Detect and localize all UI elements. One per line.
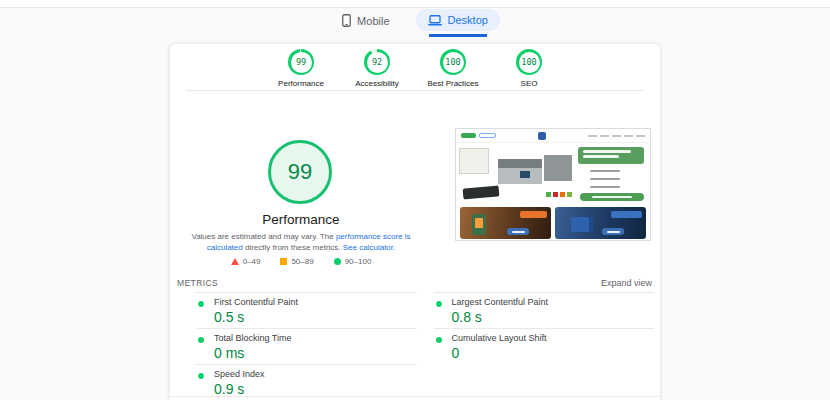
thumb-kitchen-window xyxy=(459,148,489,174)
thumb-feature-pill-2 xyxy=(584,176,642,182)
thumb-stove xyxy=(472,214,486,235)
performance-score-value: 99 xyxy=(288,49,314,75)
device-tabs: Mobile Desktop xyxy=(0,9,830,45)
thumb-nav-menu xyxy=(588,135,645,137)
thumb-hero-cta-button xyxy=(580,193,644,201)
disclaimer-text-1: Values are estimated and may vary. The xyxy=(191,232,336,241)
thumb-site-logo xyxy=(538,132,546,140)
metric-value: 0.8 s xyxy=(452,309,655,325)
thumb-feature-pill-1 xyxy=(584,168,642,174)
metric-pass-dot-icon xyxy=(436,337,442,343)
metric-value: 0.5 s xyxy=(214,309,417,325)
thumb-nav-green-button xyxy=(461,133,476,138)
tab-desktop-label: Desktop xyxy=(448,14,488,26)
seo-score-label: SEO xyxy=(521,79,538,88)
performance-section-title: Performance xyxy=(170,212,432,227)
metric-value: 0 ms xyxy=(214,345,417,361)
top-divider-bar xyxy=(0,0,830,8)
score-performance[interactable]: 99 Performance xyxy=(270,49,332,90)
best-practices-score-label: Best Practices xyxy=(427,79,478,88)
tab-mobile-wrap: Mobile xyxy=(330,9,401,32)
tab-mobile-label: Mobile xyxy=(357,15,389,27)
thumb-machine-screen xyxy=(520,171,530,178)
page-screenshot-thumbnail xyxy=(455,128,651,241)
metric-speed-index: Speed Index 0.9 s xyxy=(196,364,417,400)
accessibility-score-value: 92 xyxy=(364,49,390,75)
legend-pass: 90–100 xyxy=(334,257,372,266)
performance-disclaimer: Values are estimated and may vary. The p… xyxy=(186,231,416,253)
thumb-ac-unit xyxy=(571,217,593,232)
metric-total-blocking-time: Total Blocking Time 0 ms xyxy=(196,328,417,364)
legend-average-label: 50–89 xyxy=(291,257,313,266)
metric-largest-contentful-paint: Largest Contentful Paint 0.8 s xyxy=(434,292,655,328)
tab-desktop[interactable]: Desktop xyxy=(416,9,500,31)
metric-pass-dot-icon xyxy=(436,301,442,307)
expand-view-button[interactable]: Expand view xyxy=(601,278,652,288)
thumb-black-sealer xyxy=(463,185,500,199)
thumb-promo-cards xyxy=(456,204,650,241)
thumb-hero-banner xyxy=(456,143,650,204)
best-practices-score-value: 100 xyxy=(440,49,466,75)
performance-score-label: Performance xyxy=(278,79,324,88)
performance-gauge-area: 99 Performance Values are estimated and … xyxy=(170,91,432,272)
category-scores-row: 99 Performance 92 Accessibility 100 Best… xyxy=(170,44,660,90)
metric-value: 0.9 s xyxy=(214,381,417,397)
fail-triangle-icon xyxy=(231,258,239,265)
legend-pass-label: 90–100 xyxy=(345,257,372,266)
accessibility-gauge-ring: 92 xyxy=(364,49,390,75)
best-practices-gauge-ring: 100 xyxy=(440,49,466,75)
legend-fail-label: 0–49 xyxy=(243,257,261,266)
legend-fail: 0–49 xyxy=(231,257,261,266)
thumb-heater-label xyxy=(520,211,547,218)
thumb-kitchen-range xyxy=(544,155,572,181)
thumb-produce xyxy=(546,192,572,197)
metrics-column-right: Largest Contentful Paint 0.8 s Cumulativ… xyxy=(434,292,655,400)
thumb-navbar xyxy=(456,129,650,143)
metrics-column-left: First Contentful Paint 0.5 s Total Block… xyxy=(196,292,417,400)
see-calculator-link[interactable]: See calculator. xyxy=(343,243,395,252)
metric-label: Speed Index xyxy=(214,369,417,379)
score-best-practices[interactable]: 100 Best Practices xyxy=(422,49,484,90)
metrics-grid: First Contentful Paint 0.5 s Total Block… xyxy=(196,292,654,400)
desktop-laptop-icon xyxy=(428,15,442,26)
thumb-cooler-label xyxy=(611,211,642,218)
tab-desktop-underline xyxy=(429,34,487,37)
report-card: 99 Performance 92 Accessibility 100 Best… xyxy=(170,44,660,400)
legend-average: 50–89 xyxy=(280,257,313,266)
seo-gauge-ring: 100 xyxy=(516,49,542,75)
metric-pass-dot-icon xyxy=(198,373,204,379)
thumb-heater-card xyxy=(460,207,551,239)
metric-cumulative-layout-shift: Cumulative Layout Shift 0 xyxy=(434,328,655,364)
thumb-hero-heading-box xyxy=(578,147,644,164)
performance-gauge-ring: 99 xyxy=(288,49,314,75)
thumb-cooler-card xyxy=(555,207,646,239)
performance-section: 99 Performance Values are estimated and … xyxy=(170,91,660,272)
seo-score-value: 100 xyxy=(516,49,542,75)
metrics-title: METRICS xyxy=(177,278,218,288)
thumb-cooler-button xyxy=(602,228,624,235)
score-seo[interactable]: 100 SEO xyxy=(498,49,560,90)
metric-label: Cumulative Layout Shift xyxy=(452,333,655,343)
accessibility-score-label: Accessibility xyxy=(355,79,399,88)
performance-main-gauge[interactable]: 99 xyxy=(268,140,332,204)
metric-label: Total Blocking Time xyxy=(214,333,417,343)
pass-circle-icon xyxy=(334,258,341,265)
score-accessibility[interactable]: 92 Accessibility xyxy=(346,49,408,90)
card-bottom-divider xyxy=(170,396,660,397)
average-square-icon xyxy=(280,258,287,265)
thumb-heater-button xyxy=(507,228,529,235)
score-legend: 0–49 50–89 90–100 xyxy=(170,257,432,266)
metric-label: First Contentful Paint xyxy=(214,297,417,307)
mobile-phone-icon xyxy=(342,14,351,27)
tab-mobile[interactable]: Mobile xyxy=(330,9,401,32)
disclaimer-text-2: directly from these metrics. xyxy=(243,243,343,252)
thumb-feature-pill-3 xyxy=(584,184,642,190)
tab-desktop-wrap: Desktop xyxy=(416,9,500,37)
metric-pass-dot-icon xyxy=(198,301,204,307)
metric-value: 0 xyxy=(452,345,655,361)
performance-main-score: 99 xyxy=(288,159,312,185)
metric-first-contentful-paint: First Contentful Paint 0.5 s xyxy=(196,292,417,328)
thumb-vacuum-machine-lid xyxy=(498,159,542,168)
metric-label: Largest Contentful Paint xyxy=(452,297,655,307)
thumb-nav-outline-button xyxy=(479,133,496,138)
